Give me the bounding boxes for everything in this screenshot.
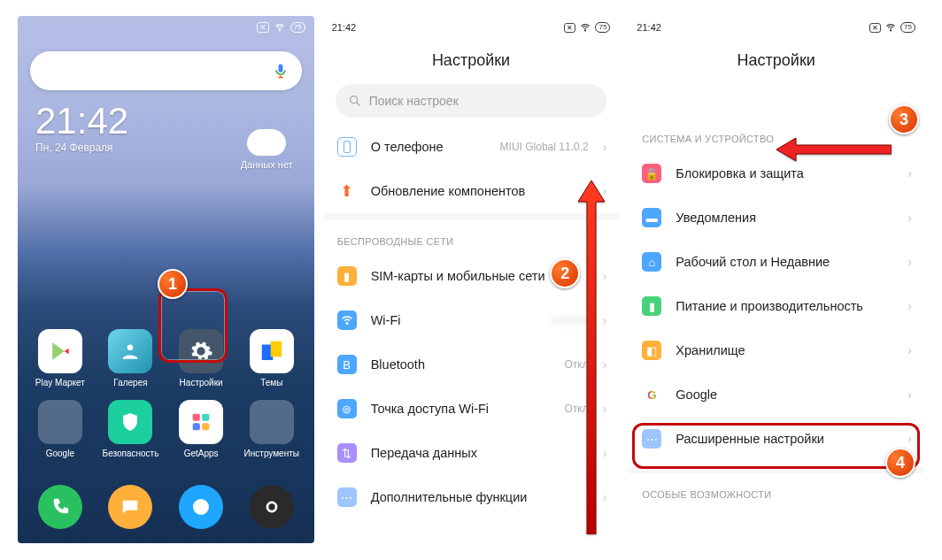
app-getapps[interactable]: GetApps <box>170 400 232 458</box>
battery-indicator: 75 <box>290 22 305 33</box>
getapps-icon <box>179 400 223 444</box>
svg-line-16 <box>357 103 359 105</box>
app-label: GetApps <box>184 449 219 458</box>
status-time: 21:42 <box>332 22 357 33</box>
wifi-icon <box>274 22 285 33</box>
app-label: Инструменты <box>244 449 299 458</box>
gallery-icon <box>108 329 152 373</box>
status-bar: 21:42 ✕ 75 <box>628 16 924 35</box>
svg-point-4 <box>127 344 134 350</box>
settings-system: 21:42 ✕ 75 Настройки СИСТЕМА И УСТРОЙСТВ… <box>628 16 924 543</box>
dock-browser[interactable] <box>179 485 223 529</box>
status-bar: 21:42 ✕ 75 <box>323 16 620 35</box>
svg-rect-7 <box>193 414 200 421</box>
svg-point-0 <box>279 30 280 31</box>
row-wifi[interactable]: Wi-Fi xxxxxxx › <box>323 298 620 342</box>
svg-point-11 <box>193 499 209 515</box>
themes-icon <box>250 329 294 373</box>
google-logo-icon: G <box>42 61 57 81</box>
settings-main: 21:42 ✕ 75 Настройки Поиск настроек О те… <box>323 16 620 543</box>
google-icon: G <box>642 385 661 404</box>
row-about-phone[interactable]: О телефоне MIUI Global 11.0.2 › <box>323 125 620 169</box>
app-play-market[interactable]: Play Маркет <box>29 329 91 387</box>
status-bar: ✕ 75 <box>18 16 314 35</box>
highlight-settings-app <box>158 288 228 363</box>
svg-point-18 <box>891 30 892 31</box>
status-time: 21:42 <box>637 22 661 33</box>
row-storage[interactable]: ◧ Хранилище › <box>628 328 924 372</box>
svg-rect-1 <box>278 65 282 73</box>
play-store-icon <box>38 329 82 373</box>
app-security[interactable]: Безопасность <box>99 400 161 458</box>
app-label: Темы <box>260 378 282 387</box>
wifi-icon <box>580 22 591 33</box>
arrow-left <box>776 136 892 166</box>
svg-point-17 <box>346 323 348 325</box>
row-component-updates[interactable]: ⬆ Обновление компонентов › <box>323 169 620 213</box>
battery-icon: ▮ <box>642 296 661 316</box>
chevron-right-icon: › <box>907 211 912 225</box>
page-title: Настройки <box>628 35 924 84</box>
dock-messages[interactable] <box>108 485 152 529</box>
dock <box>18 478 314 543</box>
page-title: Настройки <box>323 35 620 84</box>
app-label: Настройки <box>180 378 223 387</box>
row-data-usage[interactable]: ⇅ Передача данных › <box>323 431 620 475</box>
battery-indicator: 75 <box>900 22 915 33</box>
app-label: Google <box>46 449 74 458</box>
weather-widget[interactable]: Данных нет <box>241 129 293 170</box>
callout-4: 4 <box>885 448 915 478</box>
row-more-functions[interactable]: ⋯ Дополнительные функции › <box>323 475 620 519</box>
data-icon: ⇅ <box>337 443 357 463</box>
row-hotspot[interactable]: ⊚ Точка доступа Wi-Fi Откл › <box>323 387 620 431</box>
no-sim-icon: ✕ <box>564 23 575 33</box>
no-sim-icon: ✕ <box>257 22 269 33</box>
chevron-right-icon: › <box>907 299 912 313</box>
home-icon: ⌂ <box>642 252 661 272</box>
update-icon: ⬆ <box>337 181 357 201</box>
svg-rect-6 <box>271 341 282 357</box>
storage-icon: ◧ <box>642 341 661 360</box>
dock-phone[interactable] <box>38 485 82 529</box>
svg-point-15 <box>350 96 357 104</box>
folder-icon <box>38 400 82 444</box>
app-label: Безопасность <box>103 449 159 458</box>
battery-indicator: 75 <box>595 22 610 33</box>
svg-point-13 <box>268 503 274 510</box>
no-sim-icon: ✕ <box>869 23 881 33</box>
svg-point-14 <box>585 30 586 31</box>
folder-google[interactable]: Google <box>29 400 91 458</box>
app-themes[interactable]: Темы <box>241 329 303 387</box>
svg-rect-10 <box>202 423 209 430</box>
notifications-icon: ▬ <box>642 208 661 227</box>
chevron-right-icon: › <box>907 343 912 357</box>
google-search-bar[interactable]: G <box>30 51 302 90</box>
row-home-recents[interactable]: ⌂ Рабочий стол и Недавние › <box>628 240 924 284</box>
row-bluetooth[interactable]: B Bluetooth Откл › <box>323 342 620 387</box>
dock-camera[interactable] <box>250 485 294 529</box>
app-gallery[interactable]: Галерея <box>99 329 161 387</box>
wifi-icon <box>885 22 896 33</box>
weather-text: Данных нет <box>241 159 293 170</box>
section-special: ОСОБЫЕ ВОЗМОЖНОСТИ <box>628 473 924 507</box>
home-screen: ✕ 75 G 21:42 Пн, 24 Февраля Данных нет P… <box>18 16 314 543</box>
section-wireless: БЕСПРОВОДНЫЕ СЕТИ <box>323 220 620 254</box>
app-label: Галерея <box>113 378 147 387</box>
mic-icon[interactable] <box>272 62 290 80</box>
folder-icon <box>250 400 294 444</box>
arrow-up <box>576 180 606 538</box>
settings-search[interactable]: Поиск настроек <box>336 84 607 118</box>
callout-3: 3 <box>889 104 919 134</box>
row-google[interactable]: G Google › <box>628 372 924 417</box>
chevron-right-icon: › <box>603 140 607 154</box>
shield-icon <box>108 400 152 444</box>
row-notifications[interactable]: ▬ Уведомления › <box>628 196 924 240</box>
row-battery-perf[interactable]: ▮ Питание и производительность › <box>628 284 924 328</box>
chevron-right-icon: › <box>907 166 912 180</box>
hotspot-icon: ⊚ <box>337 399 357 418</box>
phone-icon <box>337 137 357 157</box>
bluetooth-icon: B <box>337 355 357 374</box>
folder-tools[interactable]: Инструменты <box>241 400 303 458</box>
chevron-right-icon: › <box>907 387 912 402</box>
svg-rect-8 <box>202 414 209 421</box>
